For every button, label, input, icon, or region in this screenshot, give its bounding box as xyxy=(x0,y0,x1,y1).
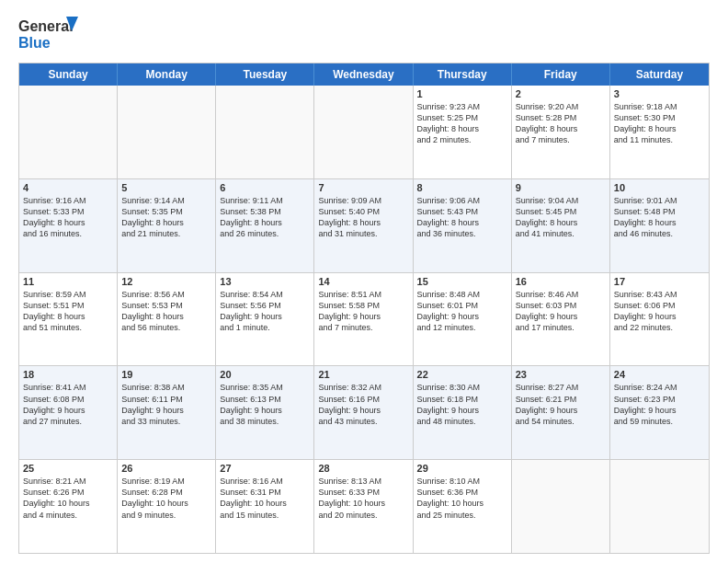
day-info: Sunrise: 8:38 AM Sunset: 6:11 PM Dayligh… xyxy=(121,382,211,427)
header-day-friday: Friday xyxy=(512,63,610,86)
page: GeneralBlue SundayMondayTuesdayWednesday… xyxy=(0,0,728,563)
day-number: 6 xyxy=(220,182,310,193)
day-info: Sunrise: 8:21 AM Sunset: 6:26 PM Dayligh… xyxy=(23,476,113,521)
day-cell-26: 26Sunrise: 8:19 AM Sunset: 6:28 PM Dayli… xyxy=(118,460,216,553)
day-info: Sunrise: 8:48 AM Sunset: 6:01 PM Dayligh… xyxy=(417,289,507,334)
day-cell-9: 9Sunrise: 9:04 AM Sunset: 5:45 PM Daylig… xyxy=(512,179,610,272)
day-number: 18 xyxy=(23,369,113,380)
day-number: 8 xyxy=(417,182,507,193)
day-number: 20 xyxy=(220,369,310,380)
day-number: 14 xyxy=(318,276,408,287)
day-number: 24 xyxy=(614,369,705,380)
day-cell-5: 5Sunrise: 9:14 AM Sunset: 5:35 PM Daylig… xyxy=(118,179,216,272)
day-info: Sunrise: 9:09 AM Sunset: 5:40 PM Dayligh… xyxy=(318,195,408,240)
svg-text:General: General xyxy=(18,18,74,34)
header-day-thursday: Thursday xyxy=(414,63,512,86)
day-number: 28 xyxy=(318,463,408,474)
header-day-monday: Monday xyxy=(118,63,216,86)
calendar-row-4: 25Sunrise: 8:21 AM Sunset: 6:26 PM Dayli… xyxy=(19,460,709,553)
day-info: Sunrise: 8:59 AM Sunset: 5:51 PM Dayligh… xyxy=(23,289,113,334)
day-number: 4 xyxy=(23,182,113,193)
day-cell-15: 15Sunrise: 8:48 AM Sunset: 6:01 PM Dayli… xyxy=(414,273,512,366)
day-info: Sunrise: 9:18 AM Sunset: 5:30 PM Dayligh… xyxy=(614,101,705,146)
header: GeneralBlue xyxy=(18,15,710,53)
day-number: 2 xyxy=(516,88,606,99)
day-cell-17: 17Sunrise: 8:43 AM Sunset: 6:06 PM Dayli… xyxy=(610,273,709,366)
day-number: 11 xyxy=(23,276,113,287)
day-info: Sunrise: 8:27 AM Sunset: 6:21 PM Dayligh… xyxy=(516,382,606,427)
calendar-body: 1Sunrise: 9:23 AM Sunset: 5:25 PM Daylig… xyxy=(19,86,709,553)
day-cell-14: 14Sunrise: 8:51 AM Sunset: 5:58 PM Dayli… xyxy=(314,273,413,366)
day-info: Sunrise: 8:35 AM Sunset: 6:13 PM Dayligh… xyxy=(220,382,310,427)
day-number: 29 xyxy=(417,463,507,474)
day-number: 25 xyxy=(23,463,113,474)
day-cell-23: 23Sunrise: 8:27 AM Sunset: 6:21 PM Dayli… xyxy=(512,366,610,459)
day-info: Sunrise: 9:14 AM Sunset: 5:35 PM Dayligh… xyxy=(121,195,211,240)
day-number: 5 xyxy=(121,182,211,193)
day-info: Sunrise: 9:16 AM Sunset: 5:33 PM Dayligh… xyxy=(23,195,113,240)
header-day-saturday: Saturday xyxy=(610,63,709,86)
header-day-sunday: Sunday xyxy=(19,63,118,86)
calendar: SundayMondayTuesdayWednesdayThursdayFrid… xyxy=(18,63,710,554)
calendar-row-3: 18Sunrise: 8:41 AM Sunset: 6:08 PM Dayli… xyxy=(19,366,709,460)
day-cell-19: 19Sunrise: 8:38 AM Sunset: 6:11 PM Dayli… xyxy=(118,366,216,459)
day-info: Sunrise: 9:06 AM Sunset: 5:43 PM Dayligh… xyxy=(417,195,507,240)
day-number: 23 xyxy=(516,369,606,380)
day-cell-6: 6Sunrise: 9:11 AM Sunset: 5:38 PM Daylig… xyxy=(216,179,314,272)
day-number: 10 xyxy=(614,182,705,193)
day-number: 1 xyxy=(417,88,507,99)
day-cell-10: 10Sunrise: 9:01 AM Sunset: 5:48 PM Dayli… xyxy=(610,179,709,272)
day-number: 22 xyxy=(417,369,507,380)
day-info: Sunrise: 8:30 AM Sunset: 6:18 PM Dayligh… xyxy=(417,382,507,427)
day-info: Sunrise: 8:10 AM Sunset: 6:36 PM Dayligh… xyxy=(417,476,507,521)
day-info: Sunrise: 8:41 AM Sunset: 6:08 PM Dayligh… xyxy=(23,382,113,427)
day-cell-24: 24Sunrise: 8:24 AM Sunset: 6:23 PM Dayli… xyxy=(610,366,709,459)
day-info: Sunrise: 8:51 AM Sunset: 5:58 PM Dayligh… xyxy=(318,289,408,334)
day-number: 16 xyxy=(516,276,606,287)
day-cell-8: 8Sunrise: 9:06 AM Sunset: 5:43 PM Daylig… xyxy=(414,179,512,272)
empty-cell xyxy=(19,86,118,178)
day-info: Sunrise: 8:43 AM Sunset: 6:06 PM Dayligh… xyxy=(614,289,705,334)
day-number: 21 xyxy=(318,369,408,380)
day-number: 12 xyxy=(121,276,211,287)
empty-cell xyxy=(216,86,314,178)
svg-text:Blue: Blue xyxy=(18,35,51,51)
day-info: Sunrise: 9:20 AM Sunset: 5:28 PM Dayligh… xyxy=(516,101,606,146)
day-cell-13: 13Sunrise: 8:54 AM Sunset: 5:56 PM Dayli… xyxy=(216,273,314,366)
day-cell-12: 12Sunrise: 8:56 AM Sunset: 5:53 PM Dayli… xyxy=(118,273,216,366)
day-info: Sunrise: 8:32 AM Sunset: 6:16 PM Dayligh… xyxy=(318,382,408,427)
day-cell-27: 27Sunrise: 8:16 AM Sunset: 6:31 PM Dayli… xyxy=(216,460,314,553)
day-cell-4: 4Sunrise: 9:16 AM Sunset: 5:33 PM Daylig… xyxy=(19,179,118,272)
day-cell-29: 29Sunrise: 8:10 AM Sunset: 6:36 PM Dayli… xyxy=(414,460,512,553)
day-number: 15 xyxy=(417,276,507,287)
day-cell-18: 18Sunrise: 8:41 AM Sunset: 6:08 PM Dayli… xyxy=(19,366,118,459)
day-cell-11: 11Sunrise: 8:59 AM Sunset: 5:51 PM Dayli… xyxy=(19,273,118,366)
empty-cell xyxy=(314,86,413,178)
logo: GeneralBlue xyxy=(18,15,83,53)
day-number: 13 xyxy=(220,276,310,287)
header-day-wednesday: Wednesday xyxy=(314,63,413,86)
day-info: Sunrise: 9:11 AM Sunset: 5:38 PM Dayligh… xyxy=(220,195,310,240)
day-info: Sunrise: 8:56 AM Sunset: 5:53 PM Dayligh… xyxy=(121,289,211,334)
day-number: 26 xyxy=(121,463,211,474)
calendar-row-2: 11Sunrise: 8:59 AM Sunset: 5:51 PM Dayli… xyxy=(19,273,709,367)
calendar-row-0: 1Sunrise: 9:23 AM Sunset: 5:25 PM Daylig… xyxy=(19,86,709,179)
day-number: 3 xyxy=(614,88,705,99)
empty-cell xyxy=(118,86,216,178)
day-cell-20: 20Sunrise: 8:35 AM Sunset: 6:13 PM Dayli… xyxy=(216,366,314,459)
calendar-row-1: 4Sunrise: 9:16 AM Sunset: 5:33 PM Daylig… xyxy=(19,179,709,273)
day-info: Sunrise: 8:13 AM Sunset: 6:33 PM Dayligh… xyxy=(318,476,408,521)
day-info: Sunrise: 8:46 AM Sunset: 6:03 PM Dayligh… xyxy=(516,289,606,334)
logo-icon: GeneralBlue xyxy=(18,15,83,53)
header-day-tuesday: Tuesday xyxy=(216,63,314,86)
day-info: Sunrise: 9:04 AM Sunset: 5:45 PM Dayligh… xyxy=(516,195,606,240)
day-cell-28: 28Sunrise: 8:13 AM Sunset: 6:33 PM Dayli… xyxy=(314,460,413,553)
empty-cell xyxy=(610,460,709,553)
day-cell-22: 22Sunrise: 8:30 AM Sunset: 6:18 PM Dayli… xyxy=(414,366,512,459)
day-cell-7: 7Sunrise: 9:09 AM Sunset: 5:40 PM Daylig… xyxy=(314,179,413,272)
day-cell-2: 2Sunrise: 9:20 AM Sunset: 5:28 PM Daylig… xyxy=(512,86,610,178)
day-info: Sunrise: 9:01 AM Sunset: 5:48 PM Dayligh… xyxy=(614,195,705,240)
calendar-header: SundayMondayTuesdayWednesdayThursdayFrid… xyxy=(19,63,709,86)
day-cell-16: 16Sunrise: 8:46 AM Sunset: 6:03 PM Dayli… xyxy=(512,273,610,366)
day-cell-21: 21Sunrise: 8:32 AM Sunset: 6:16 PM Dayli… xyxy=(314,366,413,459)
